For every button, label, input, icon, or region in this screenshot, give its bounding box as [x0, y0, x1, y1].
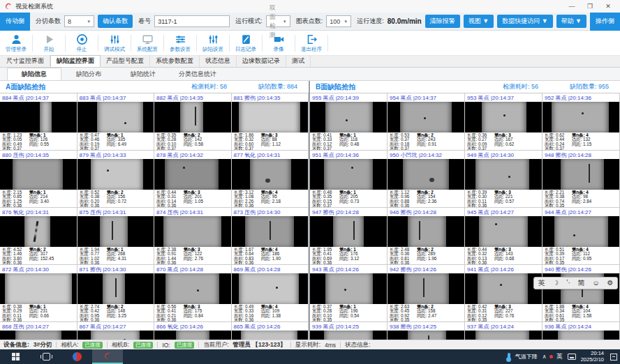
defect-cell[interactable]: 876 氧化 |20:14:31 长度: 4.52宽度: 1.46面积: 3.8… [0, 208, 78, 265]
tab-test[interactable]: 测试 [286, 55, 311, 67]
defect-cell[interactable]: 877 氧化 |20:14:31 长度: 3.12宽度: 1.08面积: 2.2… [232, 151, 309, 208]
defect-cell[interactable]: 866 氧化 |20:14:26 长度: 2.96宽度: 1.12面积: 2.0… [154, 322, 232, 340]
defect-cell[interactable]: 870 黑点 |20:14:28 长度: 0.56宽度: 0.41面积: 0.2… [154, 265, 232, 322]
defect-cell[interactable]: 938 擦伤 |20:14:25 长度: 2.05宽度: 0.37面积: 0.7… [388, 322, 465, 340]
defect-cell[interactable]: 880 压伤 |20:14:35 长度: 2.15宽度: 0.85面积: 1.2… [0, 151, 78, 208]
ime-toolbar: 英 ☽ ’· 简 ☺ ⚙ [533, 277, 618, 289]
defect-cell[interactable]: 940 擦伤 |20:14:26 长度: 1.88宽度: 0.34面积: 0.6… [542, 265, 620, 322]
defect-cell[interactable]: 953 黑点 |20:14:37 长度: 0.36宽度: 0.27面积: 0.0… [465, 93, 542, 151]
recording-button[interactable]: 录像 [263, 33, 295, 53]
tab-status-info[interactable]: 状态信息 [200, 55, 237, 67]
defect-cell[interactable]: 945 黑点 |20:14:27 长度: 0.44宽度: 0.32面积: 0.1… [465, 208, 542, 265]
admin-login-button[interactable]: 管理登录 [0, 33, 32, 53]
view-menu-button[interactable]: 视图 ▼ [464, 15, 494, 28]
ime-simplified-mode[interactable]: 简 [578, 280, 585, 287]
defect-meta-right: 第n条: 2边距: 142间距: 0.58 [184, 133, 209, 146]
defect-cell[interactable]: 950 小凹坑 |20:14:32 长度: 1.12宽度: 0.96面积: 0.… [388, 151, 465, 208]
chart-points-select[interactable]: 100▼ [326, 15, 351, 27]
action-center-button[interactable] [610, 354, 617, 361]
defect-cell[interactable]: 874 压伤 |20:14:31 长度: 2.38宽度: 0.91面积: 1.4… [154, 208, 232, 265]
defect-meta-right: 第n条: 4边距: 132间距: 1.15 [572, 133, 597, 146]
defect-cell[interactable]: 883 黑点 |20:14:37 长度: 0.47宽度: 0.46面积: 0.1… [78, 93, 155, 151]
minimize-button[interactable]: — [563, 1, 581, 12]
taskbar-clock[interactable]: 20:14 2025/2/10 [581, 351, 604, 363]
defect-cell[interactable]: 952 黑点 |20:14:36 长度: 0.62宽度: 0.44面积: 0.2… [542, 93, 620, 151]
current-user-label: 当前用户: [203, 341, 228, 349]
help-menu-button[interactable]: 帮助 ▼ [556, 15, 586, 28]
top-toolbar: 传动侧 分切条数 8▼ 确认条数 卷号 运行模式: 双面检测▼ 图表点数: 10… [0, 13, 620, 31]
defect-cell[interactable]: 937 黑点 |20:14:24 长度: 0.46宽度: 0.33面积: 0.1… [465, 322, 542, 340]
thermometer-icon[interactable] [508, 353, 510, 361]
active-app-button[interactable] [92, 349, 123, 364]
defect-cell[interactable]: 955 黑点 |20:14:39 长度: 0.41宽度: 0.33面积: 0.1… [310, 93, 388, 151]
defect-cell-header: 878 黑点 |20:14:32 [154, 151, 231, 159]
tab-size-monitor[interactable]: 尺寸监控界面 [1, 55, 50, 67]
subtab-defect-distribution[interactable]: 缺陷分布 [61, 68, 116, 80]
panel-b-title: B面缺陷抢拍 [316, 82, 503, 92]
debug-mode-button[interactable]: 调试模式 [98, 33, 131, 53]
confirm-count-button[interactable]: 确认条数 [98, 15, 133, 28]
slit-count-select[interactable]: 8▼ [64, 15, 94, 27]
close-button[interactable]: ✕ [599, 1, 617, 12]
stop-button[interactable]: 停止 [66, 33, 98, 53]
defect-cell[interactable]: 868 压伤 |20:14:27 长度: 1.72宽度: 0.68面积: 0.8… [0, 322, 78, 340]
defect-cell[interactable]: 942 擦伤 |20:14:26 长度: 2.63宽度: 0.45面积: 0.9… [388, 265, 465, 322]
defect-cell[interactable]: 884 黑点 |20:14:37 长度: 1.23宽度: 0.05面积: 0.4… [0, 93, 78, 151]
defect-cell[interactable]: 948 擦伤 |20:14:28 长度: 2.21宽度: 0.38面积: 0.7… [542, 151, 620, 208]
weather-text[interactable]: 气温下降 [515, 353, 538, 361]
defect-cell[interactable]: 878 黑点 |20:14:32 长度: 0.44宽度: 0.31面积: 0.1… [154, 151, 232, 208]
emoji-icon[interactable]: ☺ [592, 280, 599, 287]
task-view-button[interactable] [31, 349, 61, 364]
defect-cell[interactable]: 954 黑点 |20:14:37 长度: 0.53宽度: 0.37面积: 0.1… [388, 93, 465, 151]
defect-cell[interactable]: 881 擦伤 |20:14:35 长度: 1.86宽度: 0.32面积: 0.6… [232, 93, 309, 151]
defect-cell[interactable]: 941 黑点 |20:14:26 长度: 0.42宽度: 0.31面积: 0.1… [465, 265, 542, 322]
defect-cell[interactable]: 869 黑点 |20:14:28 长度: 0.49宽度: 0.33面积: 0.1… [232, 265, 309, 322]
parameter-settings-button[interactable]: 参数设置 [164, 33, 196, 53]
clear-alarm-button[interactable]: 清除报警 [425, 15, 460, 28]
defect-cell[interactable]: 872 黑点 |20:14:30 长度: 0.38宽度: 0.29面积: 0.1… [0, 265, 78, 322]
defect-cell[interactable]: 947 擦伤 |20:14:28 长度: 1.95宽度: 0.41面积: 0.6… [310, 208, 388, 265]
tab-system-param-config[interactable]: 系统参数配置 [150, 55, 200, 67]
start-menu-button[interactable] [0, 349, 31, 364]
defect-cell[interactable]: 867 黑点 |20:14:27 长度: 0.41宽度: 0.30面积: 0.1… [78, 322, 155, 340]
tab-defect-monitor[interactable]: 缺陷监控界面 [50, 55, 101, 67]
system-config-button[interactable]: 系统配置 [131, 33, 163, 53]
ime-pen-icon[interactable]: ’· [566, 280, 570, 287]
moon-icon[interactable]: ☽ [552, 280, 559, 287]
ime-language-indicator[interactable]: 英 [556, 352, 563, 361]
touch-keyboard-icon[interactable] [568, 354, 576, 360]
defect-cell-header: 943 黑点 |20:14:26 [310, 265, 387, 273]
subtab-defect-info[interactable]: 缺陷信息 [7, 68, 61, 80]
gear-icon[interactable]: ⚙ [607, 280, 614, 287]
defect-cell[interactable]: 944 黑点 |20:14:27 长度: 0.51宽度: 0.39面积: 0.1… [542, 208, 620, 265]
defect-cell[interactable]: 939 黑点 |20:14:25 长度: 0.40宽度: 0.29面积: 0.1… [310, 322, 388, 340]
defect-cell[interactable]: 951 黑点 |20:14:36 长度: 0.48宽度: 0.35面积: 0.1… [310, 151, 388, 208]
defect-cell[interactable]: 875 压伤 |20:14:31 长度: 1.94宽度: 0.77面积: 1.0… [78, 208, 155, 265]
run-mode-select[interactable]: 双面检测▼ [266, 15, 290, 27]
defect-cell[interactable]: 936 黑点 |20:14:24 长度: 0.43宽度: 0.31面积: 0.1… [542, 322, 620, 340]
roll-number-input[interactable] [154, 15, 230, 27]
start-button[interactable]: 开始 [33, 33, 65, 53]
operation-side-button[interactable]: 操作侧 [590, 13, 620, 31]
defect-cell[interactable]: 943 黑点 |20:14:26 长度: 0.37宽度: 0.28面积: 0.1… [310, 265, 388, 322]
log-record-button[interactable]: 日志记录 [230, 33, 262, 53]
data-quick-access-button[interactable]: 数据快捷访问 ▼ [497, 15, 552, 28]
drive-side-button[interactable]: 传动侧 [0, 13, 30, 31]
tab-edge-data-record[interactable]: 边缘数据记录 [237, 55, 286, 67]
defect-cell[interactable]: 879 黑点 |20:14:33 长度: 0.52宽度: 0.38面积: 0.2… [78, 151, 155, 208]
restore-button[interactable]: ❐ [581, 1, 599, 12]
defect-cell[interactable]: 865 黑点 |20:14:26 长度: 0.45宽度: 0.34面积: 0.1… [232, 322, 309, 340]
defect-cell[interactable]: 871 擦伤 |20:14:30 长度: 2.74宽度: 0.42面积: 0.9… [78, 265, 155, 322]
hidden-icons-button[interactable]: ∧ [542, 354, 547, 360]
defect-settings-button[interactable]: 缺陷设置 [197, 33, 229, 53]
subtab-class-info-statistics[interactable]: 分类信息统计 [170, 68, 225, 80]
defect-cell[interactable]: 949 黑点 |20:14:30 长度: 0.39宽度: 0.30面积: 0.1… [465, 151, 542, 208]
ime-english-mode[interactable]: 英 [538, 280, 545, 287]
tab-product-model-config[interactable]: 产品型号配置 [101, 55, 150, 67]
exit-program-button[interactable]: 退出程序 [295, 33, 327, 53]
defect-cell[interactable]: 873 压伤 |20:14:30 长度: 1.67宽度: 0.64面积: 0.8… [232, 208, 309, 265]
defect-cell[interactable]: 946 擦伤 |20:14:28 长度: 2.48宽度: 0.36面积: 0.8… [388, 208, 465, 265]
subtab-defect-statistics[interactable]: 缺陷统计 [116, 68, 170, 80]
pinned-app-button[interactable] [61, 349, 92, 364]
defect-cell[interactable]: 882 黑点 |20:14:35 长度: 0.35宽度: 0.28面积: 0.1… [154, 93, 232, 151]
